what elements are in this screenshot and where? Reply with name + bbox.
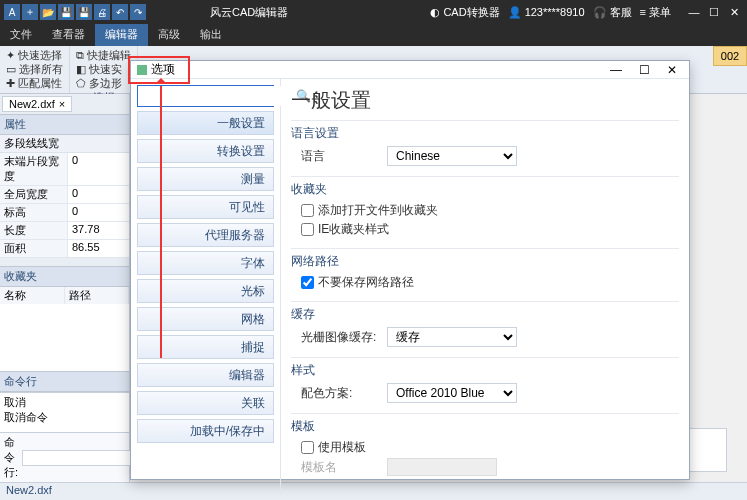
- undo-icon[interactable]: ↶: [112, 4, 128, 20]
- save-icon[interactable]: 💾: [58, 4, 74, 20]
- saveall-icon[interactable]: 💾: [76, 4, 92, 20]
- match-property-button[interactable]: ✚ 匹配属性: [6, 76, 63, 90]
- nav-general[interactable]: 一般设置: [137, 111, 274, 135]
- polygon-button[interactable]: ⬠ 多边形: [76, 76, 131, 90]
- nav-measure[interactable]: 测量: [137, 167, 274, 191]
- property-row: 面积86.55: [0, 240, 129, 258]
- dialog-title: 选项: [151, 61, 175, 78]
- dialog-close[interactable]: ✕: [661, 63, 683, 77]
- command-panel-title: 命令行: [0, 371, 129, 392]
- dialog-search: 🔍: [137, 85, 274, 107]
- nav-loadsave[interactable]: 加载中/保存中: [137, 419, 274, 443]
- content-heading: 一般设置: [291, 87, 679, 114]
- options-dialog: 选项 — ☐ ✕ 🔍 一般设置 转换设置 测量 可见性 代理服务器 字体 光标 …: [130, 60, 690, 480]
- print-icon[interactable]: 🖨: [94, 4, 110, 20]
- use-template-checkbox[interactable]: 使用模板: [301, 439, 366, 456]
- nav-convert[interactable]: 转换设置: [137, 139, 274, 163]
- left-panels: New2.dxf × 属性 多段线线宽 末端片段宽度0 全局宽度0 标高0 长度…: [0, 94, 130, 482]
- command-log: 取消 取消命令: [0, 392, 129, 432]
- app-icon[interactable]: A: [4, 4, 20, 20]
- dialog-titlebar: 选项 — ☐ ✕: [131, 61, 689, 79]
- cache-section-title: 缓存: [291, 306, 679, 323]
- tab-file[interactable]: 文件: [0, 24, 42, 46]
- dialog-icon: [137, 65, 147, 75]
- tab-advanced[interactable]: 高级: [148, 24, 190, 46]
- ribbon-tabs: 文件 查看器 编辑器 高级 输出: [0, 24, 747, 46]
- window-maximize[interactable]: ☐: [705, 6, 723, 19]
- no-save-net-path-checkbox[interactable]: 不要保存网络路径: [301, 274, 414, 291]
- support-link[interactable]: 🎧 客服: [593, 5, 632, 20]
- window-close[interactable]: ✕: [725, 6, 743, 19]
- template-name-field: [387, 458, 497, 476]
- nav-proxy[interactable]: 代理服务器: [137, 223, 274, 247]
- menu-link[interactable]: ≡ 菜单: [640, 5, 671, 20]
- tpl-section-title: 模板: [291, 418, 679, 435]
- quick-entity-button[interactable]: ◧ 快速实: [76, 62, 131, 76]
- app-title: 风云CAD编辑器: [210, 5, 288, 20]
- dialog-maximize[interactable]: ☐: [633, 63, 655, 77]
- tab-editor[interactable]: 编辑器: [95, 24, 148, 46]
- properties-panel-title: 属性: [0, 114, 129, 135]
- color-scheme-select[interactable]: Office 2010 Blue: [387, 383, 517, 403]
- nav-editor[interactable]: 编辑器: [137, 363, 274, 387]
- command-line: 命令行:: [0, 432, 129, 482]
- document-tab[interactable]: New2.dxf ×: [2, 96, 72, 112]
- add-open-to-fav-checkbox[interactable]: 添加打开文件到收藏夹: [301, 202, 438, 219]
- quick-select-button[interactable]: ✦ 快速选择: [6, 48, 63, 62]
- nav-cursor[interactable]: 光标: [137, 279, 274, 303]
- property-row: 标高0: [0, 204, 129, 222]
- tpl-name-label: 模板名: [301, 459, 381, 476]
- style-label: 配色方案:: [301, 385, 381, 402]
- style-section-title: 样式: [291, 362, 679, 379]
- nav-font[interactable]: 字体: [137, 251, 274, 275]
- property-row: 末端片段宽度0: [0, 153, 129, 186]
- cad-convert-link[interactable]: ◐ CAD转换器: [430, 5, 499, 20]
- favorites-panel-title: 收藏夹: [0, 266, 129, 287]
- fav-section-title: 收藏夹: [291, 181, 679, 198]
- cache-label: 光栅图像缓存:: [301, 329, 381, 346]
- search-input[interactable]: [138, 86, 296, 106]
- property-row: 全局宽度0: [0, 186, 129, 204]
- quick-access-toolbar: A ＋ 📂 💾 💾 🖨 ↶ ↷: [0, 4, 150, 20]
- new-icon[interactable]: ＋: [22, 4, 38, 20]
- quick-edit-button[interactable]: ⧉ 快捷编辑: [76, 48, 131, 62]
- lang-label: 语言: [301, 148, 381, 165]
- favorites-columns: 名称路径: [0, 287, 129, 304]
- status-file: New2.dxf: [6, 484, 52, 496]
- cache-select[interactable]: 缓存: [387, 327, 517, 347]
- close-icon[interactable]: ×: [59, 98, 65, 110]
- language-select[interactable]: Chinese: [387, 146, 517, 166]
- nav-assoc[interactable]: 关联: [137, 391, 274, 415]
- select-all-button[interactable]: ▭ 选择所有: [6, 62, 63, 76]
- favorites-body[interactable]: [0, 304, 129, 371]
- user-account[interactable]: 👤 123****8910: [508, 6, 585, 19]
- property-row: 长度37.78: [0, 222, 129, 240]
- tab-viewer[interactable]: 查看器: [42, 24, 95, 46]
- app-titlebar: A ＋ 📂 💾 💾 🖨 ↶ ↷ 风云CAD编辑器 ◐ CAD转换器 👤 123*…: [0, 0, 747, 24]
- dialog-minimize[interactable]: —: [605, 63, 627, 77]
- redo-icon[interactable]: ↷: [130, 4, 146, 20]
- nav-snap[interactable]: 捕捉: [137, 335, 274, 359]
- overflow-badge[interactable]: 002: [713, 46, 747, 66]
- nav-grid[interactable]: 网格: [137, 307, 274, 331]
- ie-fav-style-checkbox[interactable]: IE收藏夹样式: [301, 221, 389, 238]
- window-minimize[interactable]: —: [685, 6, 703, 19]
- dialog-content: 一般设置 语言设置 语言 Chinese 收藏夹 添加打开文件到收藏夹 IE收藏…: [281, 79, 689, 494]
- nav-visibility[interactable]: 可见性: [137, 195, 274, 219]
- net-section-title: 网络路径: [291, 253, 679, 270]
- lang-section-title: 语言设置: [291, 125, 679, 142]
- open-icon[interactable]: 📂: [40, 4, 56, 20]
- tab-output[interactable]: 输出: [190, 24, 232, 46]
- dialog-nav: 🔍 一般设置 转换设置 测量 可见性 代理服务器 字体 光标 网格 捕捉 编辑器…: [131, 79, 281, 494]
- polyline-width-header: 多段线线宽: [0, 135, 129, 153]
